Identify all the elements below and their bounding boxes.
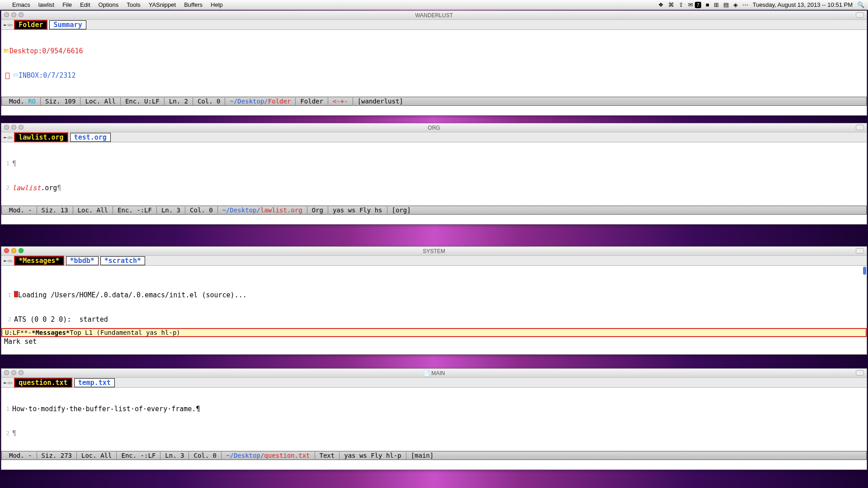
status-icon[interactable]: ▤ xyxy=(723,1,729,8)
tabbar: ▬ ◁ ▷ *Messages* *bbdb* *scratch* xyxy=(1,256,867,266)
folder-icon[interactable]: 📁 xyxy=(3,47,9,55)
modeline[interactable]: Mod. RO Siz. 109 Loc. All Enc. U:LF Ln. … xyxy=(1,97,867,106)
close-button[interactable] xyxy=(4,125,9,130)
zoom-button[interactable] xyxy=(19,248,24,253)
titlebar[interactable]: SYSTEM xyxy=(1,247,867,256)
tab-question-txt[interactable]: question.txt xyxy=(14,378,72,388)
tabbar-left-icon[interactable]: ▬ xyxy=(4,380,6,385)
tab-summary[interactable]: Summary xyxy=(49,20,86,29)
menubar-status-area: ❖ ⌘ ⇪ ✉ 7 ■ ⊞ ▤ ◈ ⋯ Tuesday, August 13, … xyxy=(658,1,864,8)
tab-lawlist-org[interactable]: lawlist.org xyxy=(14,132,68,142)
ml-line: Ln. 3 xyxy=(157,206,185,214)
echo-area xyxy=(1,460,867,469)
menu-emacs[interactable]: Emacs xyxy=(12,1,30,8)
tabbar-next-icon[interactable]: ▷ xyxy=(10,23,13,27)
titlebar[interactable]: WANDERLUST xyxy=(1,11,867,20)
ml-path: ~/Desktop/Folder xyxy=(225,98,296,105)
buffer-area[interactable]: 📁Desktop:0/954/6616 📨INBOX:0/7/2312 📨SEN… xyxy=(1,30,867,97)
tabbar-prev-icon[interactable]: ◁ xyxy=(7,135,9,140)
titlebar[interactable]: ORG xyxy=(1,123,867,132)
mail-status-icon[interactable]: ✉ 7 xyxy=(688,1,701,8)
frame-main: 📄 MAIN ▬ ◁ ▷ question.txt temp.txt 1How·… xyxy=(1,368,867,470)
tabbar-next-icon[interactable]: ▷ xyxy=(10,135,13,140)
ml-flags: <-+- xyxy=(328,98,353,105)
frame-wanderlust: WANDERLUST ▬ ◁ ▷ Folder Summary 📁Desktop… xyxy=(1,10,867,116)
frame-title: WANDERLUST xyxy=(415,12,453,19)
minimize-button[interactable] xyxy=(11,12,16,17)
minimize-button[interactable] xyxy=(11,370,16,375)
minimize-button[interactable] xyxy=(11,248,16,253)
ml-mod: Mod. - xyxy=(5,452,37,459)
folder-inbox[interactable]: INBOX:0/7/2312 xyxy=(19,71,75,80)
titlebar-pill-icon[interactable] xyxy=(856,125,864,130)
ml-path: ~/Desktop/question.txt xyxy=(222,452,315,459)
titlebar[interactable]: 📄 MAIN xyxy=(1,369,867,378)
buffer-text: ¶ xyxy=(12,429,16,437)
tab-temp-txt[interactable]: temp.txt xyxy=(74,378,115,387)
status-icon[interactable]: ⌘ xyxy=(668,1,674,8)
zoom-button[interactable] xyxy=(19,370,24,375)
titlebar-pill-icon[interactable] xyxy=(856,12,864,18)
menu-yasnippet[interactable]: YASnippet xyxy=(149,1,176,8)
folder-icon[interactable]: 📨 xyxy=(12,96,19,97)
ml-minor: [main] xyxy=(406,452,439,459)
menubar-clock[interactable]: Tuesday, August 13, 2013 -- 10:51 PM xyxy=(753,1,853,8)
status-icon[interactable]: ⊞ xyxy=(714,1,719,8)
tabbar-prev-icon[interactable]: ◁ xyxy=(7,380,9,385)
buffer-area[interactable]: 1How·to·modify·the·buffer-list·of·every·… xyxy=(1,388,867,451)
menu-buffers[interactable]: Buffers xyxy=(184,1,203,8)
tab-test-org[interactable]: test.org xyxy=(70,133,111,142)
status-icon[interactable]: ⋯ xyxy=(742,1,748,8)
buffer-area[interactable]: 1Loading /Users/HOME/.0.data/.0.emacs/in… xyxy=(1,266,867,328)
buffer-text: Loading /Users/HOME/.0.data/.0.emacs/ini… xyxy=(14,291,247,299)
menu-help[interactable]: Help xyxy=(211,1,223,8)
status-icon[interactable]: ❖ xyxy=(658,1,664,8)
tabbar-left-icon[interactable]: ▬ xyxy=(4,135,6,140)
spotlight-icon[interactable]: 🔍 xyxy=(857,1,864,8)
zoom-button[interactable] xyxy=(19,125,24,130)
titlebar-pill-icon[interactable] xyxy=(856,370,864,375)
document-icon: 📄 xyxy=(423,370,430,376)
modeline[interactable]: Mod. - Siz. 13 Loc. All Enc. -:LF Ln. 3 … xyxy=(1,206,867,215)
tabbar-next-icon[interactable]: ▷ xyxy=(10,258,13,263)
scrollbar-thumb[interactable] xyxy=(863,267,866,275)
ml-buffer-name: *Messages* xyxy=(32,329,70,336)
menu-tools[interactable]: Tools xyxy=(127,1,140,8)
ml-size: Siz. 273 xyxy=(37,452,77,459)
tab-bbdb[interactable]: *bbdb* xyxy=(66,256,99,265)
buffer-area[interactable]: 1¶ 2lawlist.org¶ xyxy=(1,142,867,206)
zoom-button[interactable] xyxy=(19,12,24,17)
modeline[interactable]: Mod. - Siz. 273 Loc. All Enc. -:LF Ln. 3… xyxy=(1,451,867,460)
modeline-active[interactable]: U:LF**- *Messages* Top L1 (Fundamental y… xyxy=(1,328,867,337)
tab-messages[interactable]: *Messages* xyxy=(14,256,64,266)
tab-scratch[interactable]: *scratch* xyxy=(100,256,145,265)
ml-mode: Text xyxy=(315,452,340,459)
wifi-icon[interactable]: ◈ xyxy=(733,1,738,8)
folder-icon[interactable]: 📨 xyxy=(12,71,19,80)
line-number: 1 xyxy=(3,291,14,299)
ml-mode: Org xyxy=(307,206,328,214)
folder-sent[interactable]: SENT:0/0/3343 xyxy=(19,96,71,97)
ml-loc: Loc. All xyxy=(73,206,113,214)
tabbar-left-icon[interactable]: ▬ xyxy=(4,258,6,263)
menu-options[interactable]: Options xyxy=(99,1,119,8)
menu-edit[interactable]: Edit xyxy=(80,1,90,8)
close-button[interactable] xyxy=(4,12,9,17)
tabbar-left-icon[interactable]: ▬ xyxy=(4,23,6,27)
close-button[interactable] xyxy=(4,248,9,253)
menu-lawlist[interactable]: lawlist xyxy=(38,1,54,8)
menu-file[interactable]: File xyxy=(62,1,72,8)
ml-loc: Loc. All xyxy=(77,452,117,459)
tabbar-next-icon[interactable]: ▷ xyxy=(10,380,13,385)
titlebar-pill-icon[interactable] xyxy=(856,248,864,253)
minimize-button[interactable] xyxy=(11,125,16,130)
tabbar-prev-icon[interactable]: ◁ xyxy=(7,258,9,263)
status-icon[interactable]: ⇪ xyxy=(679,1,684,8)
tabbar-prev-icon[interactable]: ◁ xyxy=(7,23,9,27)
status-icon[interactable]: ■ xyxy=(706,1,709,8)
tabbar: ▬ ◁ ▷ lawlist.org test.org xyxy=(1,132,867,142)
folder-desktop[interactable]: Desktop:0/954/6616 xyxy=(9,47,83,55)
close-button[interactable] xyxy=(4,370,9,375)
tab-folder[interactable]: Folder xyxy=(14,20,47,30)
ml-coding: U:LF**- xyxy=(5,329,32,336)
